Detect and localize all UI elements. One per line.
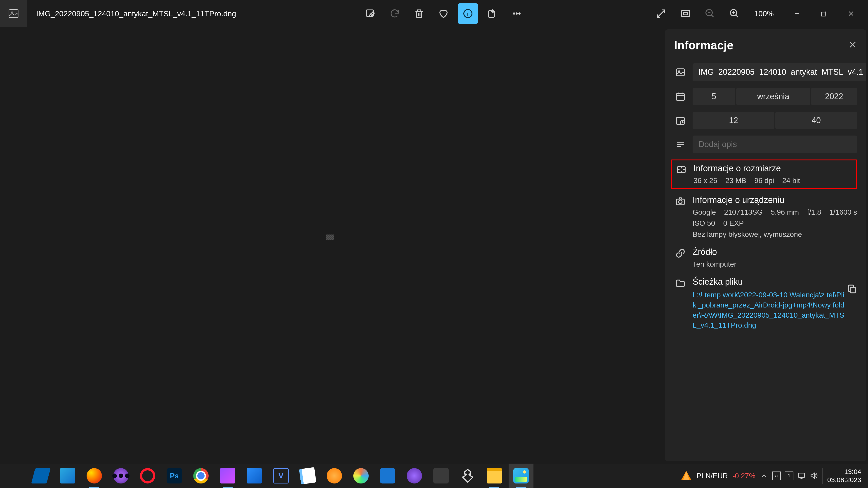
titlebar: IMG_20220905_124010_antykat_MTSL_v4.1_11… bbox=[0, 0, 868, 27]
filename-field[interactable]: IMG_20220905_124010_antykat_MTSL_v4.1_1 bbox=[692, 63, 866, 81]
share-button[interactable] bbox=[482, 3, 502, 24]
device-iso: ISO 50 bbox=[692, 219, 715, 228]
path-value[interactable]: L:\! temp work\2022-09-03-10 Walencja\z … bbox=[692, 290, 857, 330]
more-button[interactable] bbox=[506, 3, 527, 24]
taskbar-explorer[interactable] bbox=[482, 464, 507, 488]
taskbar-opera[interactable] bbox=[135, 464, 160, 488]
svg-rect-9 bbox=[683, 12, 688, 15]
taskbar-app-10[interactable] bbox=[242, 464, 267, 488]
tray-lang-1[interactable]: a bbox=[772, 471, 781, 480]
svg-point-5 bbox=[513, 13, 515, 14]
taskbar-affinity[interactable] bbox=[215, 464, 240, 488]
taskbar-app-1[interactable] bbox=[29, 464, 53, 488]
date-year[interactable]: 2022 bbox=[811, 88, 857, 105]
svg-point-1 bbox=[11, 12, 13, 13]
device-focal: 5.96 mm bbox=[771, 208, 799, 217]
taskbar-visualstudio[interactable]: V bbox=[269, 464, 293, 488]
dimensions-icon bbox=[675, 164, 688, 185]
copy-path-button[interactable] bbox=[847, 284, 857, 295]
taskbar-notepad[interactable] bbox=[295, 464, 320, 488]
source-value: Ten komputer bbox=[692, 260, 737, 268]
taskbar-photoshop[interactable]: Ps bbox=[162, 464, 187, 488]
taskbar-clock[interactable]: 13:04 03.08.2023 bbox=[822, 468, 861, 484]
link-icon bbox=[674, 247, 687, 268]
taskbar-app-2[interactable] bbox=[55, 464, 80, 488]
size-info-title: Informacje o rozmiarze bbox=[693, 164, 853, 173]
svg-point-24 bbox=[469, 474, 470, 475]
delete-button[interactable] bbox=[409, 3, 429, 24]
date-month[interactable]: września bbox=[736, 88, 810, 105]
size-filesize: 23 MB bbox=[725, 176, 746, 185]
start-button[interactable] bbox=[2, 464, 27, 488]
time-icon bbox=[674, 115, 687, 126]
rotate-button[interactable] bbox=[384, 3, 405, 24]
svg-point-6 bbox=[516, 13, 518, 14]
calendar-icon bbox=[674, 91, 687, 102]
date-day[interactable]: 5 bbox=[692, 88, 735, 105]
device-info-title: Informacje o urządzeniu bbox=[692, 195, 857, 205]
titlebar-right-tools: 100% bbox=[651, 3, 868, 24]
currency-widget[interactable]: PLN/EUR -0,27% bbox=[680, 470, 755, 482]
currency-icon bbox=[680, 470, 692, 482]
taskbar-app-13[interactable] bbox=[322, 464, 347, 488]
svg-point-7 bbox=[519, 13, 520, 14]
time-minute[interactable]: 40 bbox=[775, 111, 857, 129]
size-dimensions: 36 x 26 bbox=[693, 176, 717, 185]
info-button[interactable] bbox=[458, 3, 478, 24]
folder-icon bbox=[674, 277, 687, 330]
image-icon bbox=[7, 7, 20, 20]
monitor-icon[interactable] bbox=[798, 472, 806, 480]
svg-rect-8 bbox=[682, 10, 690, 17]
close-panel-button[interactable] bbox=[848, 40, 857, 50]
taskbar-paint[interactable] bbox=[348, 464, 373, 488]
system-tray: a 1 bbox=[760, 471, 818, 480]
taskbar-calendar[interactable] bbox=[375, 464, 400, 488]
camera-icon bbox=[674, 195, 687, 238]
tray-lang-2[interactable]: 1 bbox=[785, 471, 794, 480]
path-title: Ścieżka pliku bbox=[692, 277, 857, 287]
image-viewer[interactable] bbox=[0, 27, 665, 464]
clock-time: 13:04 bbox=[827, 468, 861, 476]
zoom-level: 100% bbox=[749, 9, 779, 18]
size-bit: 24 bit bbox=[782, 176, 800, 185]
chevron-up-icon[interactable] bbox=[760, 472, 768, 480]
titlebar-center-tools bbox=[236, 3, 651, 24]
taskbar-firefox[interactable] bbox=[82, 464, 107, 488]
taskbar-photos[interactable] bbox=[508, 464, 533, 488]
path-section: Ścieżka pliku L:\! temp work\2022-09-03-… bbox=[674, 277, 857, 330]
edit-button[interactable] bbox=[360, 3, 380, 24]
device-aperture: f/1.8 bbox=[807, 208, 821, 217]
device-flash: Bez lampy błyskowej, wymuszone bbox=[692, 230, 802, 238]
close-button[interactable] bbox=[837, 4, 865, 23]
time-hour[interactable]: 12 bbox=[692, 111, 774, 129]
maximize-button[interactable] bbox=[810, 4, 837, 23]
panel-title: Informacje bbox=[674, 38, 734, 52]
taskbar-tor[interactable] bbox=[402, 464, 427, 488]
currency-pair: PLN/EUR bbox=[697, 472, 728, 480]
description-field[interactable] bbox=[692, 135, 857, 153]
taskbar-calculator[interactable] bbox=[429, 464, 454, 488]
device-make: Google bbox=[692, 208, 716, 217]
app-icon[interactable] bbox=[0, 0, 27, 27]
svg-point-23 bbox=[465, 474, 467, 475]
device-shutter: 1/1600 s bbox=[829, 208, 857, 217]
taskbar-chrome[interactable] bbox=[188, 464, 213, 488]
taskbar-app-4[interactable] bbox=[108, 464, 133, 488]
volume-icon[interactable] bbox=[810, 472, 818, 480]
minimize-button[interactable] bbox=[783, 4, 810, 23]
svg-rect-22 bbox=[850, 287, 855, 293]
fit-button[interactable] bbox=[675, 3, 696, 24]
device-model: 2107113SG bbox=[724, 208, 763, 217]
fullscreen-button[interactable] bbox=[651, 3, 671, 24]
device-info-section: Informacje o urządzeniu Google 2107113SG… bbox=[674, 195, 857, 238]
favorite-button[interactable] bbox=[433, 3, 454, 24]
source-section: Źródło Ten komputer bbox=[674, 247, 857, 268]
svg-rect-16 bbox=[677, 94, 684, 101]
zoom-in-button[interactable] bbox=[724, 3, 745, 24]
svg-rect-25 bbox=[798, 473, 804, 478]
svg-point-21 bbox=[679, 200, 682, 203]
zoom-out-button[interactable] bbox=[700, 3, 720, 24]
taskbar-app-18[interactable] bbox=[455, 464, 480, 488]
file-title: IMG_20220905_124010_antykat_MTSL_v4.1_11… bbox=[27, 9, 236, 18]
main-area: Informacje IMG_20220905_124010_antykat_M… bbox=[0, 27, 868, 464]
